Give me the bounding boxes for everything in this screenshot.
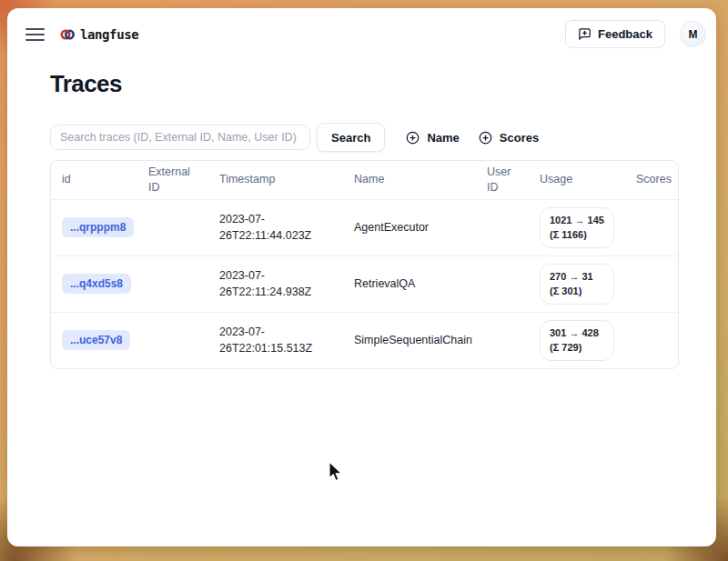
name-filter-button[interactable]: Name [399,125,466,150]
table-row[interactable]: ...qrpppm8 2023-07-26T22:11:44.023Z Agen… [51,199,679,255]
circle-plus-icon [406,131,420,145]
trace-id-link[interactable]: ...uce57v8 [62,330,130,350]
name-cell: RetrievalQA [343,255,476,312]
column-header-timestamp: Timestamp [208,161,343,199]
column-header-external-id: External ID [137,161,208,199]
hamburger-menu-icon[interactable] [25,27,45,42]
feedback-button[interactable]: Feedback [565,20,665,48]
external-id-cell [137,312,208,368]
usage-badge: 301 → 428 (Σ 729) [540,320,614,361]
message-square-plus-icon [578,27,592,41]
page-title: Traces [50,70,679,98]
timestamp-cell: 2023-07-26T22:11:24.938Z [219,267,330,302]
column-header-user-id: User ID [476,161,529,199]
filter-row: Search Name Scores [50,123,679,152]
table-row[interactable]: ...uce57v8 2023-07-26T22:01:15.513Z Simp… [51,312,679,368]
avatar-initial: M [689,28,698,41]
scores-filter-label: Scores [500,131,539,145]
column-header-id: id [51,161,137,199]
table-header: id External ID Timestamp Name User ID Us… [51,161,679,199]
topbar-left: langfuse [25,27,138,42]
scores-filter-button[interactable]: Scores [471,125,546,150]
logo-text: langfuse [80,27,138,42]
main-content: Traces Search Name Scores [7,70,716,369]
topbar: langfuse Feedback M [7,8,716,48]
search-button[interactable]: Search [317,123,385,152]
external-id-cell [137,199,208,255]
scores-cell [625,255,679,312]
name-cell: SimpleSequentialChain [343,312,476,368]
user-id-cell [476,255,529,312]
trace-id-link[interactable]: ...qrpppm8 [62,217,134,237]
topbar-right: Feedback M [565,20,705,48]
timestamp-cell: 2023-07-26T22:01:15.513Z [219,324,330,358]
langfuse-logo[interactable]: langfuse [60,27,138,42]
column-header-name: Name [343,161,476,199]
usage-badge: 270 → 31 (Σ 301) [540,264,614,305]
column-header-scores: Scores [625,161,679,199]
search-input[interactable] [50,125,310,150]
circle-plus-icon [479,131,492,145]
timestamp-cell: 2023-07-26T22:11:44.023Z [219,211,330,245]
table-row[interactable]: ...q4xd5s8 2023-07-26T22:11:24.938Z Retr… [51,255,679,312]
traces-table: id External ID Timestamp Name User ID Us… [50,160,679,369]
app-window: langfuse Feedback M Traces Search [7,8,716,546]
trace-id-link[interactable]: ...q4xd5s8 [62,274,131,294]
user-id-cell [476,199,529,255]
name-filter-label: Name [427,131,459,145]
name-cell: AgentExecutor [343,199,476,255]
scores-cell [625,199,679,255]
feedback-label: Feedback [598,27,652,41]
external-id-cell [137,255,208,312]
avatar[interactable]: M [681,22,705,46]
column-header-usage: Usage [529,161,625,199]
usage-badge: 1021 → 145 (Σ 1166) [540,207,614,248]
scores-cell [625,312,679,368]
user-id-cell [476,312,529,368]
langfuse-knot-icon [60,27,75,42]
